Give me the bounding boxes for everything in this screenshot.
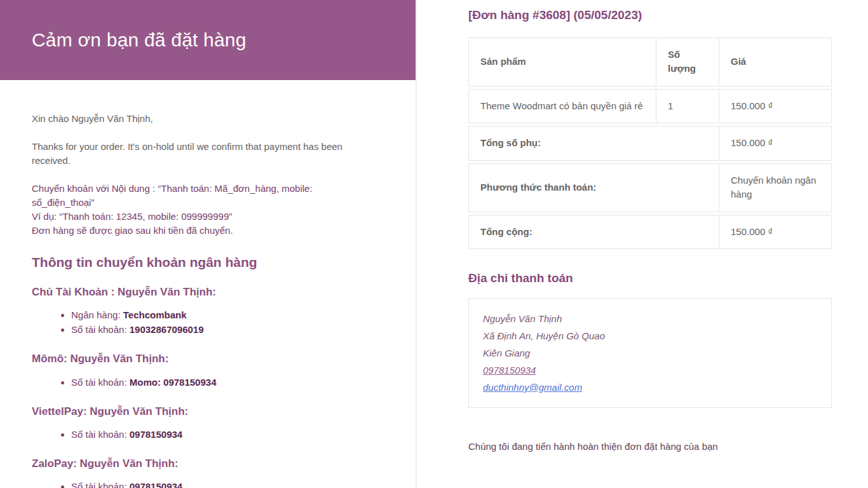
- detail-label: Số tài khoản:: [71, 324, 130, 335]
- detail-value: Techcombank: [123, 309, 187, 320]
- order-processing-note: Chúng tôi đang tiến hành hoàn thiện đơn …: [468, 440, 832, 454]
- instructions-line-2: Ví dụ: “Thanh toán: 12345, mobile: 09999…: [32, 211, 232, 222]
- total-value-cell: 150.000 ₫: [719, 215, 832, 250]
- detail-label: Số tài khoản:: [71, 429, 130, 440]
- account-details-momo: Số tài khoản: Momo: 0978150934: [32, 375, 367, 390]
- column-header-price: Giá: [719, 37, 832, 86]
- greeting-text: Xin chào Nguyễn Văn Thịnh,: [32, 112, 367, 126]
- account-detail-item: Số tài khoản: 0978150934: [71, 479, 367, 488]
- table-header-row: Sản phẩm Số lượng Giá: [468, 37, 832, 86]
- subtotal-row: Tổng số phụ: 150.000 ₫: [468, 126, 832, 161]
- account-title-bank: Chủ Tài Khoản : Nguyễn Văn Thịnh:: [32, 285, 367, 299]
- detail-label: Ngân hàng:: [71, 309, 123, 320]
- billing-address-line-1: Xã Định An, Huyện Gò Quao: [483, 327, 817, 344]
- account-details-viettelpay: Số tài khoản: 0978150934: [32, 427, 367, 442]
- payment-method-value-cell: Chuyển khoản ngân hàng: [719, 163, 832, 212]
- instructions-line-1: Chuyển khoản với Nội dung : “Thanh toán:…: [32, 183, 313, 208]
- email-title: Cảm ơn bạn đã đặt hàng: [0, 29, 272, 51]
- total-label-cell: Tổng cộng:: [468, 215, 719, 250]
- email-body-column: Cảm ơn bạn đã đặt hàng Xin chào Nguyễn V…: [0, 0, 417, 488]
- subtotal-value-cell: 150.000 ₫: [719, 126, 832, 161]
- order-title: [Đơn hàng #3608] (05/05/2023): [468, 8, 832, 24]
- billing-address-line-2: Kiên Giang: [483, 344, 817, 362]
- detail-value: 19032867096019: [130, 324, 204, 335]
- email-header-banner: Cảm ơn bạn đã đặt hàng: [0, 0, 416, 80]
- billing-address-box: Nguyễn Văn Thịnh Xã Định An, Huyện Gò Qu…: [468, 298, 832, 408]
- account-details-bank: Ngân hàng: Techcombank Số tài khoản: 190…: [32, 308, 367, 337]
- column-header-product: Sản phẩm: [468, 37, 656, 86]
- account-detail-item: Số tài khoản: Momo: 0978150934: [71, 375, 367, 390]
- email-preview-page: Cảm ơn bạn đã đặt hàng Xin chào Nguyễn V…: [0, 0, 868, 488]
- payment-method-row: Phương thức thanh toán: Chuyển khoản ngâ…: [468, 163, 832, 212]
- product-price-cell: 150.000 ₫: [719, 89, 832, 124]
- instructions-line-3: Đơn hàng sẽ được giao sau khi tiền đã ch…: [32, 225, 233, 236]
- order-items-table: Sản phẩm Số lượng Giá Theme Woodmart có …: [468, 35, 832, 252]
- account-details-zalopay: Số tài khoản: 0978150934: [32, 479, 367, 488]
- account-title-zalopay: ZaloPay: Nguyễn Văn Thịnh:: [32, 457, 367, 470]
- total-row: Tổng cộng: 150.000 ₫: [468, 215, 832, 250]
- email-content: Xin chào Nguyễn Văn Thịnh, Thanks for yo…: [0, 80, 399, 488]
- detail-value: 0978150934: [130, 481, 182, 488]
- order-details-column: [Đơn hàng #3608] (05/05/2023) Sản phẩm S…: [468, 0, 832, 488]
- account-title-momo: Mômô: Nguyễn Văn Thịnh:: [32, 352, 367, 365]
- product-name-cell: Theme Woodmart có bản quyền giá rẻ: [468, 89, 656, 124]
- product-qty-cell: 1: [656, 89, 719, 124]
- transfer-instructions: Chuyển khoản với Nội dung : “Thanh toán:…: [32, 182, 367, 238]
- payment-method-label-cell: Phương thức thanh toán:: [468, 163, 719, 212]
- detail-value: Momo: 0978150934: [130, 377, 217, 388]
- billing-email-link[interactable]: ducthinhny@gmail.com: [483, 379, 582, 396]
- product-row: Theme Woodmart có bản quyền giá rẻ 1 150…: [468, 89, 832, 124]
- billing-address-heading: Địa chỉ thanh toán: [468, 271, 832, 287]
- account-detail-item: Số tài khoản: 19032867096019: [71, 322, 367, 337]
- account-detail-item: Ngân hàng: Techcombank: [71, 308, 367, 322]
- detail-label: Số tài khoản:: [71, 481, 130, 488]
- billing-phone-link[interactable]: 0978150934: [483, 362, 536, 379]
- column-header-quantity: Số lượng: [656, 37, 719, 86]
- detail-label: Số tài khoản:: [71, 377, 130, 388]
- account-detail-item: Số tài khoản: 0978150934: [71, 427, 367, 442]
- order-status-text: Thanks for your order. It's on-hold unti…: [32, 140, 367, 168]
- detail-value: 0978150934: [130, 429, 182, 440]
- account-title-viettelpay: ViettelPay: Nguyễn Văn Thịnh:: [32, 405, 367, 418]
- billing-name: Nguyễn Văn Thịnh: [483, 310, 817, 327]
- subtotal-label-cell: Tổng số phụ:: [468, 126, 719, 161]
- bank-info-heading: Thông tin chuyển khoản ngân hàng: [32, 254, 367, 270]
